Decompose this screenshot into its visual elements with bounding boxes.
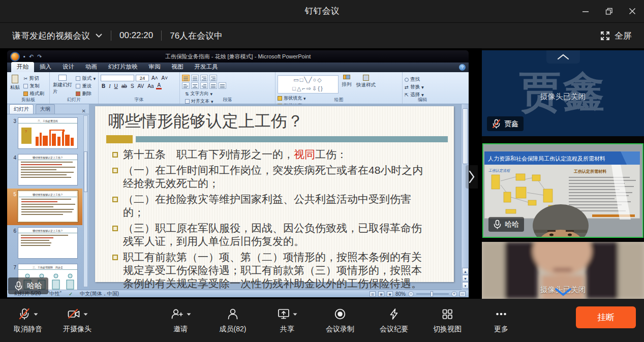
sorter-view-button[interactable]: ▦ xyxy=(378,291,384,297)
help-icon[interactable]: ? xyxy=(459,64,466,71)
scroll-down-button[interactable]: ▾ xyxy=(462,282,469,289)
paste-button[interactable]: 粘贴 xyxy=(10,75,20,91)
zoom-in-button[interactable]: + xyxy=(451,291,457,297)
cut-button[interactable]: ✂剪切 xyxy=(23,75,44,82)
fit-to-window-button[interactable]: ⊡ xyxy=(459,291,466,297)
panel-tab-slides[interactable]: 幻灯片 xyxy=(9,104,34,114)
tab-design[interactable]: 设计 xyxy=(57,62,80,72)
invite-icon xyxy=(170,307,184,321)
participant-count: 76人在会议中 xyxy=(170,30,223,42)
slide-bullet-3: （二）在抢险救灾等维护国家利益、公共利益活动中受到伤害的； xyxy=(111,193,431,219)
hangup-button[interactable]: 挂断 xyxy=(576,306,636,328)
slideshow-view-button[interactable]: ▣ xyxy=(387,291,393,297)
divider xyxy=(111,30,111,41)
tab-slideshow[interactable]: 幻灯片放映 xyxy=(103,62,143,72)
caret-down-icon xyxy=(293,313,297,316)
font-size-select[interactable]: 24 xyxy=(136,75,149,81)
align-right-button[interactable] xyxy=(200,82,208,89)
minutes-button[interactable]: 会议纪要 xyxy=(370,304,418,334)
previous-slide-button[interactable]: ▲ xyxy=(462,268,469,274)
current-slide[interactable]: 哪些情形能够认定上工伤？ 第十五条 职工有下列情形之一的，视同工伤： （一）在工… xyxy=(95,106,454,282)
columns-button[interactable] xyxy=(219,82,226,89)
participant-tile-camera-off[interactable]: 摄像头已关闭 xyxy=(482,242,644,299)
shadow-button[interactable]: S xyxy=(130,83,135,89)
minimize-button[interactable] xyxy=(574,0,597,22)
unmute-button[interactable]: 取消静音 xyxy=(4,304,52,334)
more-button[interactable]: 更多 xyxy=(477,304,526,334)
slide-thumbnail-3[interactable]: 3 二、工伤处置流程 ? xyxy=(7,115,82,152)
tab-insert[interactable]: 插入 xyxy=(34,62,57,72)
ppt-ribbon: 粘贴 ✂剪切 复制 格式刷 剪贴板 新建幻灯片 版式 ▾ xyxy=(7,72,469,104)
replace-button[interactable]: ⇄替换 ▾ xyxy=(405,84,424,90)
quick-styles-button[interactable]: 快速样式 xyxy=(356,75,376,88)
font-color-button[interactable]: A xyxy=(156,82,162,89)
zoom-slider[interactable] xyxy=(416,293,449,295)
grow-font-button[interactable]: A˄ xyxy=(150,75,159,81)
tab-home[interactable]: 开始 xyxy=(11,62,34,72)
close-button[interactable] xyxy=(621,0,644,22)
meeting-name-dropdown[interactable]: 谦哥发起的视频会议 xyxy=(12,30,103,42)
underline-button[interactable]: U xyxy=(113,83,119,89)
participant-tile-haha-active[interactable]: 人力资源和社会保障局工伤认定流程及所需材料 工伤认定流程 工伤认定所需材料 xyxy=(482,143,643,238)
panel-tab-outline[interactable]: 大纲 xyxy=(36,104,55,114)
char-spacing-button[interactable]: AV xyxy=(137,83,145,89)
layout-button[interactable]: 版式 ▾ xyxy=(76,75,96,82)
slide-title: 哪些情形能够认定上工伤？ xyxy=(108,110,303,133)
collapse-panel-button[interactable] xyxy=(466,165,478,189)
bold-button[interactable]: B xyxy=(101,83,106,89)
italic-button[interactable]: I xyxy=(108,83,111,89)
font-name-select[interactable] xyxy=(101,75,134,81)
participant-tile-jiaxin[interactable]: 贾鑫 摄像头已关闭 贾鑫 xyxy=(482,50,644,136)
spellcheck-icon[interactable]: ✓ xyxy=(69,291,73,297)
poster-left-heading: 工伤认定流程 xyxy=(488,169,510,173)
slide-thumbnail-4[interactable]: 4 哪些情形能够认定上工伤？ xyxy=(7,152,82,189)
slide-thumbnail-5-selected[interactable]: 5 哪些情形能够认定上工伤？ xyxy=(7,189,82,225)
slide-thumbnail-6[interactable]: 6 哪些情形能够认定上工伤？ xyxy=(7,225,82,262)
copy-button[interactable]: 复制 xyxy=(23,83,44,89)
shrink-font-button[interactable]: A˅ xyxy=(161,75,169,81)
tab-developer[interactable]: 开发工具 xyxy=(189,62,224,72)
collapse-tiles-button[interactable] xyxy=(546,50,580,64)
camera-on-button[interactable]: 开摄像头 xyxy=(53,304,102,334)
fullscreen-button[interactable]: 全屏 xyxy=(600,23,632,49)
numbering-button[interactable] xyxy=(191,75,199,81)
slide-accent-teal xyxy=(136,136,448,142)
reset-button[interactable]: 重设 xyxy=(76,83,96,89)
presenter-name: 哈哈 xyxy=(27,281,42,291)
record-button[interactable]: 会议录制 xyxy=(316,304,364,334)
align-center-button[interactable] xyxy=(191,82,199,89)
increase-indent-button[interactable] xyxy=(209,75,217,81)
bullets-button[interactable] xyxy=(182,75,190,81)
theme-name: “中性” xyxy=(48,290,62,297)
chevron-up-icon xyxy=(557,54,569,60)
slide-scrollbar[interactable]: ▲ ▼ ▾ xyxy=(461,104,469,290)
restore-button[interactable] xyxy=(597,0,621,22)
panel-close-icon[interactable]: ✕ xyxy=(82,108,86,114)
next-slide-button[interactable]: ▼ xyxy=(462,275,469,282)
tab-view[interactable]: 视图 xyxy=(166,62,189,72)
find-button[interactable]: 查找 xyxy=(405,76,424,83)
record-icon xyxy=(333,307,347,321)
members-button[interactable]: 成员(82) xyxy=(208,304,257,334)
align-left-button[interactable] xyxy=(182,82,190,89)
shape-gallery[interactable]: ▭□╲╱○◇□△⌐⇨⇩{} xyxy=(278,75,339,94)
new-slide-button[interactable]: 新建幻灯片 xyxy=(53,75,72,95)
share-button[interactable]: 共享 xyxy=(263,304,312,334)
tab-animations[interactable]: 动画 xyxy=(80,62,103,72)
layout-icon xyxy=(76,76,80,81)
panel-scrollbar[interactable] xyxy=(83,115,88,287)
normal-view-button[interactable]: ▥ xyxy=(370,291,376,297)
presenter-badge: 哈哈 xyxy=(8,277,48,294)
decrease-indent-button[interactable] xyxy=(200,75,208,81)
justify-button[interactable] xyxy=(209,82,217,89)
reset-icon xyxy=(76,84,80,88)
close-icon xyxy=(629,8,636,15)
arrange-button[interactable]: 排列 xyxy=(342,75,351,88)
camera-off-text: 摄像头已关闭 xyxy=(482,92,644,102)
tab-review[interactable]: 审阅 xyxy=(143,62,166,72)
change-case-button[interactable]: Aa xyxy=(146,83,155,89)
invite-button[interactable]: 邀请 xyxy=(156,304,205,334)
strikethrough-button[interactable]: ab xyxy=(120,83,128,89)
zoom-out-button[interactable]: − xyxy=(408,291,414,297)
switch-view-button[interactable]: 切换视图 xyxy=(423,304,472,334)
